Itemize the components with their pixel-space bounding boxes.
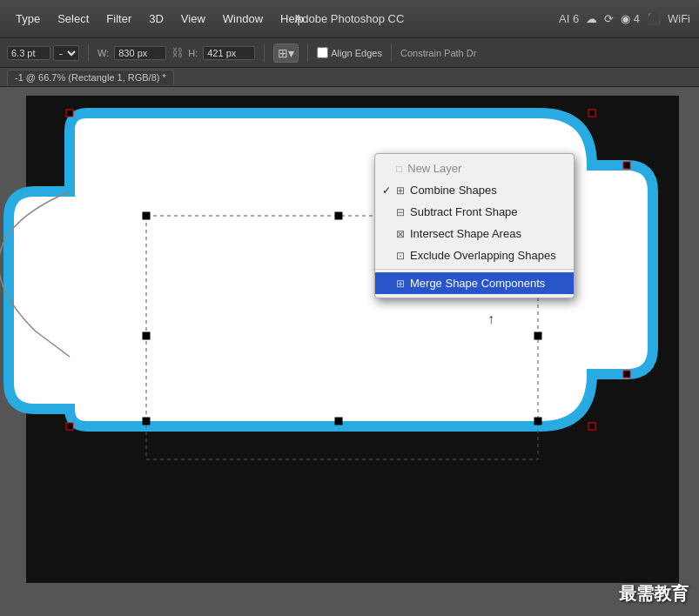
subtract-label: Subtract Front Shape [410, 205, 518, 218]
menubar: Type Select Filter 3D View Window Help A… [0, 0, 699, 38]
svg-rect-9 [143, 418, 150, 425]
merge-label: Merge Shape Components [410, 277, 545, 290]
intersect-icon: ⊠ [396, 228, 405, 240]
merge-icon: ⊞ [396, 278, 405, 290]
divider-4 [391, 44, 392, 62]
stroke-input[interactable] [7, 46, 50, 60]
width-label: W: [97, 48, 109, 58]
menubar-right: AI 6 ☁ ⟳ ◉ 4 ⬛ WiFi [559, 12, 690, 25]
combine-icon: ⊞ [396, 184, 405, 197]
path-operations-dropdown: □ New Layer ⊞ Combine Shapes ⊟ Subtract … [374, 153, 575, 298]
exclude-label: Exclude Overlapping Shapes [410, 249, 556, 262]
wifi-icon: WiFi [668, 12, 690, 25]
watermark: 最需教育 [619, 582, 689, 606]
stroke-group: — [7, 45, 79, 61]
stroke-dropdown[interactable]: — [53, 45, 79, 61]
svg-rect-11 [143, 212, 150, 219]
svg-rect-6 [623, 162, 630, 169]
combine-label: Combine Shapes [410, 184, 497, 197]
sync-icon: ⟳ [604, 12, 614, 25]
screen-icon: ⬛ [647, 12, 661, 25]
canvas-svg [0, 87, 699, 616]
app-title: Adobe Photoshop CC [295, 12, 405, 25]
svg-rect-4 [66, 423, 73, 430]
svg-rect-5 [588, 423, 595, 430]
svg-rect-14 [534, 332, 541, 339]
menu-view[interactable]: View [174, 9, 212, 29]
width-input[interactable] [114, 46, 166, 60]
canvas-tab[interactable]: -1 @ 66.7% (Rectangle 1, RGB/8) * [7, 70, 174, 84]
divider-3 [307, 44, 308, 62]
svg-rect-2 [66, 110, 73, 117]
subtract-icon: ⊟ [396, 206, 405, 218]
cloud-icon: ☁ [586, 12, 597, 25]
path-ops-group: ⊞▾ [273, 44, 299, 63]
menu-3d[interactable]: 3D [142, 9, 171, 29]
new-layer-icon: □ [396, 163, 402, 175]
menu-item-intersect[interactable]: ⊠ Intersect Shape Areas [375, 223, 574, 244]
new-layer-label: New Layer [407, 162, 461, 175]
path-ops-btn[interactable]: ⊞▾ [273, 44, 299, 63]
menu-item-exclude[interactable]: ⊡ Exclude Overlapping Shapes [375, 244, 574, 266]
align-edges-checkbox[interactable] [317, 47, 328, 58]
svg-rect-15 [335, 212, 342, 219]
canvas-content [0, 87, 699, 616]
svg-rect-7 [623, 371, 630, 378]
svg-rect-13 [143, 332, 150, 339]
constrain-label: Constrain Path Dr [400, 48, 476, 58]
canvas-area: □ New Layer ⊞ Combine Shapes ⊟ Subtract … [0, 87, 699, 616]
height-label: H: [188, 48, 198, 58]
intersect-label: Intersect Shape Areas [410, 227, 521, 240]
align-edges-label: Align Edges [331, 48, 382, 58]
menu-window[interactable]: Window [216, 9, 270, 29]
link-icon: ⛓ [171, 46, 183, 59]
exclude-icon: ⊡ [396, 250, 405, 262]
align-edges-item: Align Edges [317, 47, 382, 58]
menu-item-new-layer[interactable]: □ New Layer [375, 157, 574, 179]
menu-filter[interactable]: Filter [99, 9, 138, 29]
svg-rect-10 [534, 418, 541, 425]
ai-icon: AI 6 [559, 12, 579, 25]
menubar-items: Type Select Filter 3D View Window Help [9, 9, 311, 29]
toolbar: — W: ⛓ H: ⊞▾ Align Edges Constrain Path … [0, 38, 699, 68]
menu-item-merge[interactable]: ⊞ Merge Shape Components [375, 272, 574, 294]
menu-type[interactable]: Type [9, 9, 47, 29]
menu-select[interactable]: Select [50, 9, 96, 29]
divider-2 [264, 44, 265, 62]
camera-icon: ◉ 4 [621, 12, 640, 25]
menu-separator [375, 269, 574, 270]
menu-item-subtract[interactable]: ⊟ Subtract Front Shape [375, 201, 574, 223]
tabbar: -1 @ 66.7% (Rectangle 1, RGB/8) * [0, 68, 699, 87]
height-input[interactable] [203, 46, 255, 60]
divider-1 [88, 44, 89, 62]
svg-rect-3 [588, 110, 595, 117]
menu-item-combine[interactable]: ⊞ Combine Shapes [375, 179, 574, 201]
svg-rect-16 [335, 418, 342, 425]
